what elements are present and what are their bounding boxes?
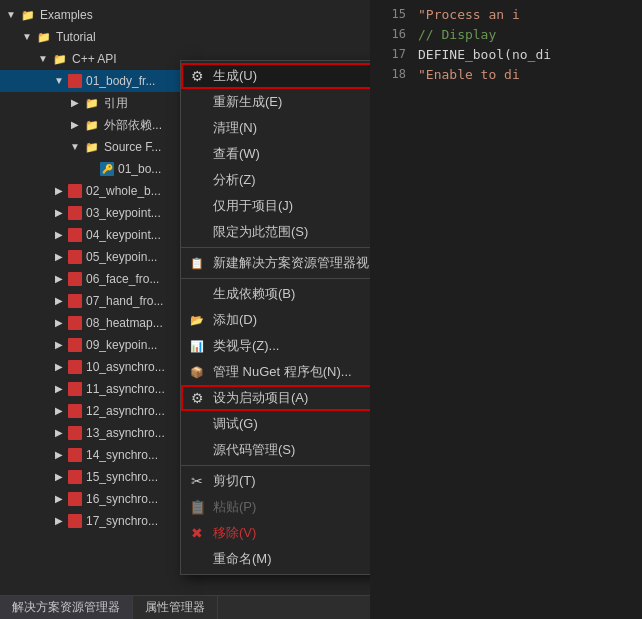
menu-separator-2 — [181, 278, 370, 279]
line-number: 17 — [378, 47, 406, 61]
menu-label: 添加(D) — [213, 311, 257, 329]
menu-label: 粘贴(P) — [213, 498, 256, 516]
code-content: 15 "Process an i 16 // Display 17 DEFINE… — [370, 0, 642, 619]
code-editor: 15 "Process an i 16 // Display 17 DEFINE… — [370, 0, 642, 619]
menu-item-generate[interactable]: ⚙ 生成(U) — [181, 63, 370, 89]
menu-item-gen-deps[interactable]: 生成依赖项(B) ▶ — [181, 281, 370, 307]
menu-item-nuget[interactable]: 📦 管理 NuGet 程序包(N)... — [181, 359, 370, 385]
menu-item-source-control[interactable]: 源代码管理(S) ▶ — [181, 437, 370, 463]
menu-label: 调试(G) — [213, 415, 258, 433]
menu-item-analyze[interactable]: 分析(Z) — [181, 167, 370, 193]
menu-label: 查看(W) — [213, 145, 260, 163]
menu-label: 生成(U) — [213, 67, 257, 85]
code-text: "Process an i — [418, 7, 520, 22]
line-number: 18 — [378, 67, 406, 81]
code-line-17: 17 DEFINE_bool(no_di — [378, 44, 634, 64]
code-text: "Enable to di — [418, 67, 520, 82]
menu-label: 限定为此范围(S) — [213, 223, 308, 241]
menu-item-project-only[interactable]: 仅用于项目(J) ▶ — [181, 193, 370, 219]
paste-icon: 📋 — [189, 499, 205, 515]
line-number: 15 — [378, 7, 406, 21]
startup-icon: ⚙ — [189, 390, 205, 406]
menu-label: 重新生成(E) — [213, 93, 282, 111]
menu-item-add[interactable]: 📂 添加(D) ▶ — [181, 307, 370, 333]
code-text: DEFINE_bool(no_di — [418, 47, 551, 62]
menu-item-paste[interactable]: 📋 粘贴(P) Ctrl+V — [181, 494, 370, 520]
generate-icon: ⚙ — [189, 68, 205, 84]
menu-item-cut[interactable]: ✂ 剪切(T) Ctrl+X — [181, 468, 370, 494]
add-icon: 📂 — [189, 312, 205, 328]
cut-icon: ✂ — [189, 473, 205, 489]
menu-label: 类视导(Z)... — [213, 337, 279, 355]
context-menu: ⚙ 生成(U) 重新生成(E) 清理(N) 查看(W) ▶ 分析(Z) 仅用于项… — [180, 60, 370, 575]
menu-item-clean[interactable]: 清理(N) — [181, 115, 370, 141]
shortcut-label: Ctrl+Shift+X — [369, 339, 370, 353]
menu-label: 分析(Z) — [213, 171, 256, 189]
menu-item-view[interactable]: 查看(W) ▶ — [181, 141, 370, 167]
menu-label: 剪切(T) — [213, 472, 256, 490]
class-view-icon: 📊 — [189, 338, 205, 354]
menu-item-new-solution-view[interactable]: 📋 新建解决方案资源管理器视图(N) — [181, 250, 370, 276]
code-line-16: 16 // Display — [378, 24, 634, 44]
solution-explorer: ▼ 📁 Examples ▼ 📁 Tutorial ▼ 📁 C++ API ▼ … — [0, 0, 370, 619]
menu-item-set-startup[interactable]: ⚙ 设为启动项目(A) — [181, 385, 370, 411]
context-menu-overlay: ⚙ 生成(U) 重新生成(E) 清理(N) 查看(W) ▶ 分析(Z) 仅用于项… — [0, 0, 370, 619]
nuget-icon: 📦 — [189, 364, 205, 380]
menu-item-remove[interactable]: ✖ 移除(V) Del — [181, 520, 370, 546]
menu-label: 新建解决方案资源管理器视图(N) — [213, 254, 370, 272]
menu-label: 设为启动项目(A) — [213, 389, 308, 407]
menu-label: 移除(V) — [213, 524, 256, 542]
new-view-icon: 📋 — [189, 255, 205, 271]
menu-label: 清理(N) — [213, 119, 257, 137]
code-line-18: 18 "Enable to di — [378, 64, 634, 84]
menu-label: 重命名(M) — [213, 550, 272, 568]
menu-item-scope[interactable]: 限定为此范围(S) — [181, 219, 370, 245]
menu-separator-3 — [181, 465, 370, 466]
remove-icon: ✖ — [189, 525, 205, 541]
menu-label: 仅用于项目(J) — [213, 197, 293, 215]
line-number: 16 — [378, 27, 406, 41]
code-text: // Display — [418, 27, 496, 42]
menu-label: 管理 NuGet 程序包(N)... — [213, 363, 352, 381]
menu-label: 源代码管理(S) — [213, 441, 295, 459]
menu-item-debug[interactable]: 调试(G) ▶ — [181, 411, 370, 437]
code-line-15: 15 "Process an i — [378, 4, 634, 24]
menu-item-class-view[interactable]: 📊 类视导(Z)... Ctrl+Shift+X — [181, 333, 370, 359]
menu-label: 生成依赖项(B) — [213, 285, 295, 303]
menu-separator-1 — [181, 247, 370, 248]
menu-item-rename[interactable]: 重命名(M) — [181, 546, 370, 572]
menu-item-regenerate[interactable]: 重新生成(E) — [181, 89, 370, 115]
